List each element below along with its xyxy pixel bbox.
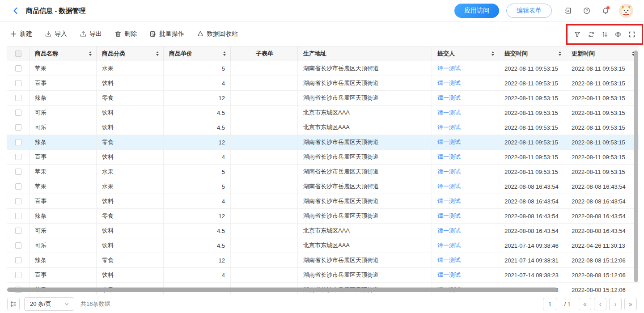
- cell-checkbox: [7, 76, 30, 90]
- help-button[interactable]: ?: [583, 7, 590, 14]
- cell-price: 4.5: [164, 238, 231, 253]
- toolbar-import-button[interactable]: 导入: [45, 30, 67, 38]
- submitter-link[interactable]: 谭一测试: [437, 109, 461, 117]
- submitter-link[interactable]: 谭一测试: [437, 227, 461, 235]
- sort-control-name[interactable]: [86, 51, 92, 56]
- submitter-link[interactable]: 谭一测试: [437, 182, 461, 190]
- submitter-link[interactable]: 谭一测试: [437, 94, 461, 102]
- edit-form-button[interactable]: 编辑表单: [506, 4, 552, 18]
- cell-address: 北京市东城区AAA: [298, 106, 432, 120]
- total-pages-label: / 1: [564, 301, 571, 308]
- submitter-link[interactable]: 谭一测试: [437, 138, 461, 146]
- cell-checkbox: [7, 61, 30, 76]
- submitter-link[interactable]: 谭一测试: [437, 256, 461, 264]
- back-button[interactable]: [12, 7, 20, 15]
- row-checkbox[interactable]: [15, 65, 21, 72]
- data-table: 商品名称商品分类商品单价子表单生产地址提交人提交时间更新时间 苹果水果5湖南省长…: [7, 46, 639, 295]
- batch-edit-icon: [149, 30, 157, 38]
- page-last-button[interactable]: »: [624, 298, 637, 310]
- cell-submitter: 谭一测试: [432, 238, 499, 253]
- cell-subform: [231, 253, 298, 267]
- row-checkbox[interactable]: [15, 169, 21, 175]
- row-checkbox[interactable]: [15, 124, 21, 131]
- toolbar-recycle-bin-button[interactable]: 数据回收站: [197, 30, 238, 38]
- cell-price: 4.5: [164, 120, 231, 135]
- toolbar-recycle-bin-label: 数据回收站: [207, 30, 238, 38]
- refresh-button[interactable]: [588, 31, 595, 38]
- sort-control-submit_time[interactable]: [556, 51, 561, 56]
- cell-category: 零食: [97, 91, 164, 105]
- cell-submit_time: 2022-08-11 09:53:15: [499, 91, 566, 105]
- row-checkbox[interactable]: [15, 213, 21, 219]
- toolbar-import-label: 导入: [55, 30, 67, 38]
- column-header-submit_time: 提交时间: [499, 47, 566, 61]
- submitter-link[interactable]: 谭一测试: [437, 123, 461, 131]
- cell-update_time: 2022-08-08 16:43:54: [566, 194, 639, 208]
- sort-control-price[interactable]: [220, 51, 226, 56]
- row-checkbox[interactable]: [15, 95, 21, 101]
- submitter-link[interactable]: 谭一测试: [437, 271, 461, 279]
- select-all-checkbox[interactable]: [15, 51, 21, 57]
- submitter-link[interactable]: 谭一测试: [437, 197, 461, 205]
- horizontal-scrollbar[interactable]: [7, 288, 557, 292]
- row-checkbox[interactable]: [15, 242, 21, 249]
- toolbar-batch-ops-button[interactable]: 批量操作: [149, 30, 184, 38]
- row-checkbox[interactable]: [15, 80, 21, 86]
- page-prev-button[interactable]: ‹: [594, 298, 606, 310]
- page-first-button[interactable]: «: [579, 298, 591, 310]
- user-avatar[interactable]: [619, 4, 633, 18]
- cell-category: 零食: [97, 253, 164, 267]
- submitter-link[interactable]: 谭一测试: [437, 79, 461, 87]
- row-checkbox[interactable]: [15, 228, 21, 234]
- cat-avatar-image: [619, 4, 633, 18]
- sort-control-category[interactable]: [153, 51, 159, 56]
- submitter-link[interactable]: 谭一测试: [437, 212, 461, 220]
- cell-update_time: 2022-08-11 09:53:15: [566, 135, 639, 149]
- filter-button[interactable]: [574, 31, 581, 38]
- app-access-button[interactable]: 应用访问: [454, 4, 499, 18]
- cell-submit_time: 2022-08-11 09:53:15: [499, 150, 566, 164]
- toolbar-delete-button[interactable]: 删除: [114, 30, 137, 38]
- cell-name: 百事: [30, 194, 97, 208]
- row-checkbox[interactable]: [15, 183, 21, 190]
- cell-subform: [231, 61, 298, 76]
- cell-name: 可乐: [30, 120, 97, 135]
- notifications-button[interactable]: [602, 7, 609, 14]
- row-height-button[interactable]: [7, 298, 20, 310]
- toolbar-export-button[interactable]: 导出: [80, 30, 102, 38]
- plus-icon: [10, 30, 17, 38]
- row-checkbox[interactable]: [15, 257, 21, 263]
- row-checkbox[interactable]: [15, 139, 21, 145]
- cell-subform: [231, 150, 298, 164]
- table-body: 苹果水果5湖南省长沙市岳麓区天顶街道谭一测试2022-08-11 09:53:1…: [7, 61, 639, 295]
- submitter-link[interactable]: 谭一测试: [437, 168, 461, 176]
- sort-control-submitter[interactable]: [489, 51, 494, 56]
- cell-price: 4.5: [164, 224, 231, 238]
- vertical-scrollbar[interactable]: [634, 51, 638, 282]
- cell-category: 零食: [97, 135, 164, 149]
- page-size-select[interactable]: 20 条/页: [24, 297, 74, 311]
- column-label-name: 商品名称: [35, 50, 58, 58]
- column-label-subform: 子表单: [256, 50, 273, 58]
- sort-button[interactable]: [601, 31, 608, 38]
- row-checkbox[interactable]: [15, 154, 21, 160]
- row-checkbox[interactable]: [15, 110, 21, 116]
- cell-update_time: 2022-08-11 09:53:15: [566, 150, 639, 164]
- fullscreen-button[interactable]: [628, 31, 636, 38]
- page-next-button[interactable]: ›: [609, 298, 622, 310]
- row-checkbox[interactable]: [15, 198, 21, 204]
- cell-submitter: 谭一测试: [432, 209, 499, 223]
- submitter-link[interactable]: 谭一测试: [437, 64, 461, 72]
- cell-subform: [231, 238, 298, 253]
- cell-update_time: 2022-08-08 16:43:54: [566, 224, 639, 238]
- cell-checkbox: [7, 253, 30, 267]
- row-checkbox[interactable]: [15, 272, 21, 278]
- address-book-button[interactable]: A: [564, 7, 572, 14]
- toolbar-new-button[interactable]: 新建: [10, 30, 32, 38]
- submitter-link[interactable]: 谭一测试: [437, 153, 461, 161]
- cell-subform: [231, 91, 298, 105]
- page-number-input[interactable]: [543, 298, 557, 310]
- column-visibility-button[interactable]: [614, 31, 622, 38]
- submitter-link[interactable]: 谭一测试: [437, 241, 461, 250]
- cell-price: 4: [164, 194, 231, 208]
